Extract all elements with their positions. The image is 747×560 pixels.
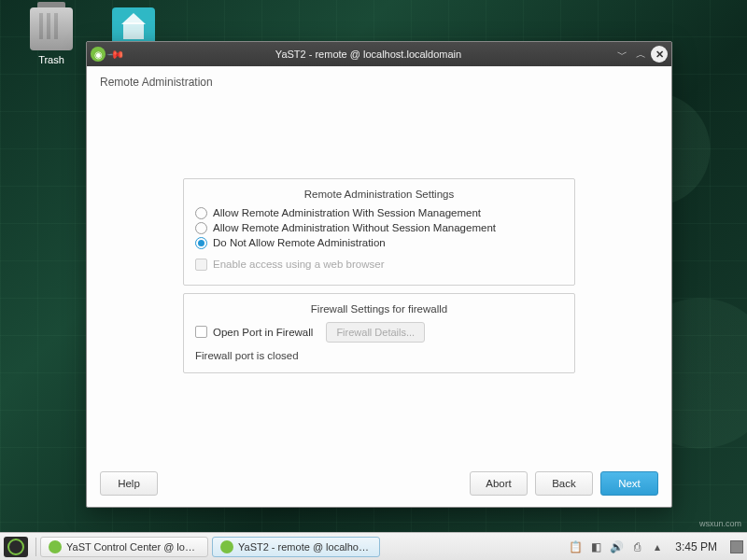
volume-icon[interactable]: 🔊 bbox=[610, 540, 623, 553]
close-button[interactable]: ✕ bbox=[651, 46, 668, 63]
maximize-button[interactable]: ︿ bbox=[632, 46, 649, 63]
back-button[interactable]: Back bbox=[535, 471, 593, 496]
radio-label: Allow Remote Administration Without Sess… bbox=[213, 222, 496, 233]
clipboard-icon[interactable]: 📋 bbox=[569, 540, 582, 553]
radio-allow-without-session[interactable]: Allow Remote Administration Without Sess… bbox=[195, 222, 563, 234]
radio-icon bbox=[195, 237, 207, 249]
network-icon[interactable]: ⎙ bbox=[630, 540, 643, 553]
taskbar-entry-yast-control-center[interactable]: YaST Control Center @ localhost.lo... bbox=[40, 537, 208, 557]
checkbox-open-port[interactable]: Open Port in Firewall bbox=[195, 326, 313, 338]
checkbox-label: Enable access using a web browser bbox=[213, 259, 384, 270]
checkbox-icon bbox=[195, 259, 207, 271]
radio-label: Allow Remote Administration With Session… bbox=[213, 207, 481, 218]
app-launcher[interactable] bbox=[4, 537, 28, 557]
radio-icon bbox=[195, 222, 207, 234]
yast-window: ◉ 📌 YaST2 - remote @ localhost.localdoma… bbox=[86, 41, 672, 508]
clock[interactable]: 3:45 PM bbox=[675, 540, 717, 553]
checkbox-icon bbox=[195, 326, 207, 338]
firewall-status: Firewall port is closed bbox=[195, 350, 563, 361]
minimize-button[interactable]: ﹀ bbox=[613, 46, 630, 63]
group-title: Remote Administration Settings bbox=[195, 189, 563, 200]
checkbox-label: Open Port in Firewall bbox=[213, 327, 313, 338]
taskbar: YaST Control Center @ localhost.lo... Ya… bbox=[0, 532, 747, 560]
window-body: Remote Administration Remote Administrat… bbox=[87, 66, 671, 507]
task-icon bbox=[220, 540, 233, 553]
trash-icon bbox=[30, 7, 73, 50]
radio-icon bbox=[195, 207, 207, 219]
task-icon bbox=[49, 540, 62, 553]
task-label: YaST2 - remote @ localhost.locald... bbox=[238, 541, 372, 553]
desktop-switcher[interactable] bbox=[730, 540, 743, 553]
remote-admin-group: Remote Administration Settings Allow Rem… bbox=[183, 178, 575, 286]
group-title: Firewall Settings for firewalld bbox=[195, 303, 563, 315]
watermark: wsxun.com bbox=[699, 519, 741, 528]
radio-do-not-allow[interactable]: Do Not Allow Remote Administration bbox=[195, 237, 563, 249]
radio-label: Do Not Allow Remote Administration bbox=[213, 237, 386, 248]
desktop-icon-label: Trash bbox=[19, 54, 84, 65]
app-icon: ◉ bbox=[91, 47, 106, 62]
taskbar-entry-yast-remote[interactable]: YaST2 - remote @ localhost.locald... bbox=[212, 537, 380, 557]
chevron-up-icon[interactable]: ▴ bbox=[651, 540, 664, 553]
desktop-icon-trash[interactable]: Trash bbox=[19, 7, 84, 65]
dialog-footer: Help Abort Back Next bbox=[100, 466, 658, 496]
firewall-details-button: Firewall Details... bbox=[326, 322, 425, 343]
updates-icon[interactable]: ◧ bbox=[589, 540, 602, 553]
abort-button[interactable]: Abort bbox=[470, 471, 528, 496]
system-tray: 📋 ◧ 🔊 ⎙ ▴ 3:45 PM bbox=[569, 540, 743, 553]
pin-icon[interactable]: 📌 bbox=[106, 45, 126, 64]
radio-allow-with-session[interactable]: Allow Remote Administration With Session… bbox=[195, 207, 563, 219]
titlebar[interactable]: ◉ 📌 YaST2 - remote @ localhost.localdoma… bbox=[87, 42, 671, 66]
next-button[interactable]: Next bbox=[600, 471, 658, 496]
separator bbox=[35, 538, 36, 556]
checkbox-web-access: Enable access using a web browser bbox=[195, 259, 563, 271]
window-title: YaST2 - remote @ localhost.localdomain bbox=[123, 49, 613, 60]
help-button[interactable]: Help bbox=[100, 471, 158, 496]
page-title: Remote Administration bbox=[100, 76, 658, 89]
task-label: YaST Control Center @ localhost.lo... bbox=[66, 541, 200, 553]
firewall-group: Firewall Settings for firewalld Open Por… bbox=[183, 293, 575, 373]
